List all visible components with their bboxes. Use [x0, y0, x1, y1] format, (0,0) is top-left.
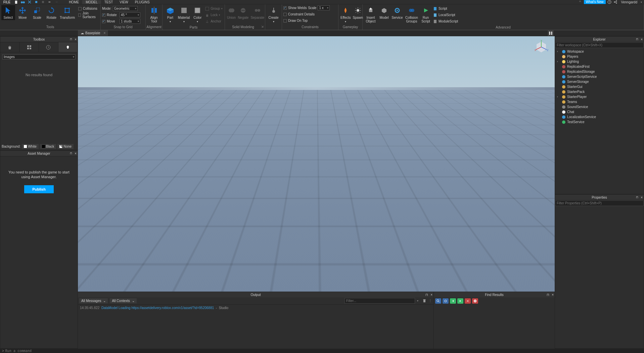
tree-item-localizationservice[interactable]: LocalizationService — [556, 114, 643, 119]
tab-plugins[interactable]: PLUGINS — [132, 0, 153, 4]
document-tab-baseplate[interactable]: ☁ Baseplate × — [78, 30, 108, 36]
toolbox-tab-creations[interactable] — [58, 42, 78, 52]
pin-icon[interactable]: ⊓ — [636, 196, 638, 199]
output-filter-dropdown-icon[interactable]: ▾ — [417, 299, 418, 302]
tree-item-startergui[interactable]: StarterGui — [556, 84, 643, 89]
user-dropdown-icon[interactable]: ▾ — [641, 1, 642, 4]
trash-icon[interactable] — [422, 299, 426, 303]
new-icon[interactable] — [14, 0, 18, 4]
mode-dropdown[interactable]: Mode:Geometric — [102, 6, 138, 11]
insert-object-button[interactable]: Insert Object — [364, 5, 377, 24]
help-icon[interactable]: ? — [607, 0, 612, 4]
all-messages-dropdown[interactable]: All Messages — [79, 298, 108, 303]
toolbox-category-dropdown[interactable]: Images — [2, 54, 76, 59]
scale-button[interactable]: Scale — [30, 5, 44, 20]
bg-none-button[interactable]: None — [57, 144, 74, 149]
bg-white-button[interactable]: White — [22, 144, 39, 149]
draw-on-top-checkbox[interactable]: Draw On Top — [283, 18, 308, 23]
toolbox-tab-recent[interactable] — [39, 42, 58, 52]
module-script-button[interactable]: ModuleScript — [433, 18, 458, 24]
create-button[interactable]: Create▾ — [267, 5, 280, 24]
group-button[interactable]: Group▾ — [205, 6, 223, 11]
tree-item-serverscriptservice[interactable]: ServerScriptService — [556, 74, 643, 79]
find-refresh-icon[interactable] — [443, 298, 449, 304]
transform-button[interactable]: Transform — [59, 5, 76, 20]
close-tab-icon[interactable]: × — [103, 31, 105, 35]
constraint-details-checkbox[interactable]: Constraint Details — [283, 11, 315, 17]
union-button[interactable]: Union — [226, 5, 236, 20]
tree-item-starterpack[interactable]: StarterPack — [556, 89, 643, 94]
find-prev-icon[interactable] — [450, 298, 456, 304]
show-welds-checkbox[interactable]: Show Welds Scale1 x — [283, 5, 330, 11]
pin-icon[interactable]: ⊓ — [70, 152, 72, 155]
tab-home[interactable]: HOME — [65, 0, 82, 4]
collapse-ribbon-icon[interactable]: ^ — [578, 0, 583, 4]
collision-groups-button[interactable]: Collision Groups — [404, 5, 419, 24]
move-snap-checkbox[interactable]: Move1 studs — [102, 18, 140, 24]
tree-item-lighting[interactable]: ›Lighting — [556, 59, 643, 64]
tree-item-workspace[interactable]: ›Workspace — [556, 49, 643, 54]
script-button[interactable]: Script — [433, 6, 458, 11]
tree-item-replicatedstorage[interactable]: ReplicatedStorage — [556, 69, 643, 74]
tree-item-starterplayer[interactable]: ›StarterPlayer — [556, 94, 643, 99]
anchor-button[interactable]: Anchor — [205, 18, 223, 24]
bg-black-button[interactable]: Black — [40, 144, 56, 149]
tree-item-testservice[interactable]: TestService — [556, 119, 643, 124]
find-clear-icon[interactable] — [465, 298, 471, 304]
find-search-icon[interactable] — [435, 298, 441, 304]
find-next-icon[interactable] — [457, 298, 463, 304]
tree-item-serverstorage[interactable]: ServerStorage — [556, 79, 643, 84]
pin-icon[interactable]: ⊓ — [70, 38, 72, 41]
close-icon[interactable]: × — [641, 38, 643, 41]
model-button[interactable]: Model — [378, 5, 390, 20]
toolbox-tab-inventory[interactable] — [20, 42, 39, 52]
paste-icon[interactable] — [41, 0, 45, 4]
undo-icon[interactable] — [47, 0, 52, 4]
color-button[interactable]: Color▾ — [191, 5, 204, 24]
service-button[interactable]: Service — [391, 5, 404, 20]
rotate-button[interactable]: Rotate — [45, 5, 58, 20]
expand-arrow-icon[interactable]: › — [557, 50, 560, 53]
close-icon[interactable]: × — [430, 293, 432, 297]
part-button[interactable]: Part▾ — [164, 5, 177, 24]
redo-icon[interactable] — [54, 0, 59, 4]
cut-icon[interactable] — [27, 0, 32, 4]
effects-button[interactable]: Effects▾ — [340, 5, 351, 24]
pin-icon[interactable]: ⊓ — [547, 293, 549, 297]
explorer-filter-input[interactable] — [555, 42, 644, 48]
spawn-button[interactable]: Spawn — [352, 5, 364, 20]
close-icon[interactable]: × — [641, 196, 643, 199]
close-icon[interactable]: × — [75, 152, 77, 155]
split-view-icon[interactable] — [548, 31, 553, 36]
join-surfaces-checkbox[interactable]: Join Surfaces — [78, 12, 98, 18]
rotate-snap-checkbox[interactable]: Rotate45 ° — [102, 12, 140, 18]
binocular-icon[interactable] — [20, 0, 25, 4]
negate-button[interactable]: Negate — [237, 5, 249, 20]
output-filter-input[interactable] — [344, 298, 415, 304]
move-button[interactable]: Move — [16, 5, 30, 20]
tree-item-soundservice[interactable]: SoundService — [556, 104, 643, 109]
tree-item-replicatedfirst[interactable]: ReplicatedFirst — [556, 64, 643, 69]
find-stop-icon[interactable] — [472, 298, 478, 304]
collisions-checkbox[interactable]: Collisions — [78, 6, 98, 11]
close-icon[interactable]: × — [75, 38, 77, 41]
all-contexts-dropdown[interactable]: All Contexts — [110, 298, 136, 303]
pin-icon[interactable]: ⊓ — [636, 38, 638, 41]
more-icon[interactable]: ⋮ — [428, 299, 432, 303]
close-icon[interactable]: × — [552, 293, 554, 297]
expand-arrow-icon[interactable]: › — [557, 95, 560, 98]
tree-item-players[interactable]: Players — [556, 54, 643, 59]
tab-view[interactable]: VIEW — [116, 0, 132, 4]
tree-item-chat[interactable]: Chat — [556, 109, 643, 114]
tab-model[interactable]: MODEL — [82, 0, 101, 4]
separate-button[interactable]: Separate — [250, 5, 265, 20]
username[interactable]: Venngardd — [619, 0, 639, 4]
expand-arrow-icon[interactable]: › — [557, 60, 560, 63]
axis-gizmo[interactable]: X Y Z — [533, 40, 549, 56]
whats-new-button[interactable]: What's New — [584, 0, 606, 4]
tree-item-teams[interactable]: Teams — [556, 99, 643, 104]
tab-test[interactable]: TEST — [101, 0, 117, 4]
viewport-3d[interactable]: X Y Z — [78, 36, 555, 292]
material-button[interactable]: Material▾ — [177, 5, 191, 24]
toolbox-tab-marketplace[interactable] — [0, 42, 20, 52]
